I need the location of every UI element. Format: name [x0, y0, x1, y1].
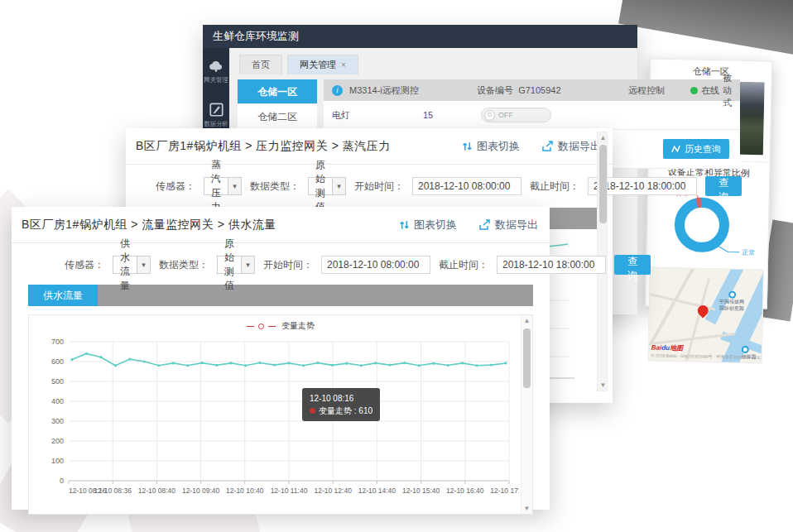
legend-label: 变量走势 — [281, 320, 315, 332]
window-titlebar: 生鲜仓库环境监测 — [203, 25, 637, 48]
table-row-light: 电灯 15 ⭘ OFF — [324, 101, 740, 130]
data-point[interactable] — [432, 362, 435, 365]
tab-supply-flow[interactable]: 供水流量 — [28, 285, 98, 306]
datatype-label: 数据类型： — [250, 180, 300, 194]
device-number: 设备编号 G7105942 — [477, 84, 597, 97]
data-point[interactable] — [114, 364, 117, 367]
data-point[interactable] — [70, 358, 73, 361]
device-mode: 被动式 — [723, 72, 732, 109]
x-tick-label: 12-10 09:40 — [182, 486, 220, 495]
data-point[interactable] — [186, 364, 189, 367]
data-point[interactable] — [287, 362, 290, 364]
start-time-input[interactable] — [412, 177, 521, 195]
legend-symbol — [268, 326, 276, 327]
tab-gateway-management[interactable]: 网关管理× — [287, 55, 358, 74]
sensor-name: 电灯 — [332, 109, 423, 122]
end-time-label: 截止时间： — [530, 180, 579, 194]
data-point[interactable] — [273, 363, 276, 366]
sidebar-item-gateway[interactable]: 网关管理 — [203, 60, 229, 84]
data-point[interactable] — [128, 358, 131, 361]
data-point[interactable] — [99, 356, 102, 358]
data-point[interactable] — [258, 362, 261, 364]
data-point[interactable] — [447, 364, 449, 367]
data-export-button[interactable]: 数据导出 — [541, 139, 601, 154]
y-tick-label: 600 — [51, 357, 64, 366]
scrollbar[interactable]: ▲ ▼ — [521, 315, 532, 514]
y-tick-label: 100 — [51, 457, 64, 465]
data-point[interactable] — [403, 362, 406, 364]
scroll-up-button[interactable]: ▲ — [598, 132, 608, 143]
datatype-select[interactable]: 原始测值 ▾ — [217, 256, 255, 274]
data-point[interactable] — [475, 364, 478, 367]
map-copyright: © 2018 Baidu - GS(2018)2089号 - 甲测资字11008… — [651, 352, 743, 361]
online-dot-icon — [690, 87, 698, 94]
data-point[interactable] — [85, 352, 88, 355]
data-point[interactable] — [374, 362, 377, 364]
chart-switch-button[interactable]: 图表切换 — [399, 218, 457, 232]
chevron-down-icon: ▾ — [228, 178, 241, 194]
data-point[interactable] — [331, 364, 334, 367]
scrollbar-thumb[interactable] — [599, 145, 607, 223]
chevron-down-icon: ▾ — [332, 178, 345, 194]
sensor-label: 传感器： — [156, 180, 195, 194]
remote-control-label[interactable]: 远程控制 — [600, 84, 665, 97]
chevron-down-icon: ▾ — [137, 256, 150, 273]
edit-icon — [209, 103, 223, 117]
datatype-select[interactable]: 原始测值 ▾ — [308, 177, 346, 195]
data-export-button[interactable]: 数据导出 — [478, 218, 538, 232]
device-name: M3314-i远程测控 — [349, 84, 473, 97]
scroll-down-button[interactable]: ▼ — [521, 503, 532, 514]
data-point[interactable] — [215, 364, 218, 367]
start-time-input[interactable] — [321, 256, 430, 274]
x-tick-label: 12-10 08:36 — [94, 486, 132, 495]
x-tick-label: 12-10 08:40 — [138, 486, 176, 495]
sensor-select[interactable]: 供水流量 ▾ — [113, 256, 151, 274]
zone-list-item[interactable]: 仓储二区 — [238, 104, 317, 129]
tab-home[interactable]: 首页 — [239, 55, 282, 74]
tab-close-icon[interactable]: × — [341, 60, 346, 69]
supply-flow-chart: 变量走势 010020030040050060070012-10 08:1612… — [28, 314, 533, 515]
legend-circle-icon — [258, 324, 264, 329]
line-chart-canvas[interactable]: 010020030040050060070012-10 08:1612-10 0… — [29, 332, 519, 509]
power-toggle[interactable]: ⭘ OFF — [481, 108, 551, 122]
scroll-down-button[interactable]: ▼ — [598, 380, 608, 391]
data-point[interactable] — [230, 362, 233, 364]
sensor-select[interactable]: 蒸汽压力 ▾ — [204, 177, 242, 195]
data-point[interactable] — [345, 362, 348, 365]
sensor-label: 传感器： — [65, 258, 104, 272]
query-button[interactable]: 查询 — [614, 255, 651, 275]
query-button[interactable]: 查询 — [705, 176, 742, 196]
data-point[interactable] — [504, 362, 507, 364]
scrollbar-thumb[interactable] — [523, 328, 531, 388]
breadcrumb: B区厂房1#锅炉机组 > 流量监控网关 > 供水流量 — [22, 218, 276, 232]
scroll-up-button[interactable]: ▲ — [521, 315, 532, 326]
data-point[interactable] — [302, 364, 305, 367]
x-tick-label: 12-10 15:40 — [402, 486, 440, 495]
data-point[interactable] — [172, 362, 175, 364]
chart-legend[interactable]: 变量走势 — [29, 315, 532, 332]
status-badge: 在线 — [668, 84, 719, 97]
start-time-label: 开始时间： — [263, 258, 313, 272]
x-tick-label: 12-10 17:40 — [490, 486, 519, 495]
data-point[interactable] — [360, 364, 363, 367]
start-time-label: 开始时间： — [354, 180, 404, 194]
power-icon: ⭘ — [484, 110, 495, 121]
datatype-label: 数据类型： — [159, 258, 209, 272]
data-point[interactable] — [389, 363, 392, 366]
data-point[interactable] — [201, 362, 204, 364]
chart-switch-button[interactable]: 图表切换 — [462, 139, 520, 154]
data-point[interactable] — [461, 362, 464, 364]
history-query-button[interactable]: 历史查询 — [663, 139, 729, 159]
sidebar-item-analysis[interactable]: 数据分析 — [203, 103, 229, 128]
sensor-tab-bar: 供水流量 — [28, 285, 533, 306]
data-point[interactable] — [143, 360, 146, 362]
data-point[interactable] — [244, 364, 247, 367]
data-point[interactable] — [157, 364, 160, 367]
y-tick-label: 700 — [51, 338, 64, 346]
data-point[interactable] — [418, 364, 421, 367]
end-time-input[interactable] — [497, 256, 606, 274]
end-time-label: 截止时间： — [439, 258, 488, 272]
data-point[interactable] — [490, 363, 493, 366]
zone-list-item[interactable]: 仓储一区 — [238, 79, 317, 104]
data-point[interactable] — [316, 362, 319, 364]
